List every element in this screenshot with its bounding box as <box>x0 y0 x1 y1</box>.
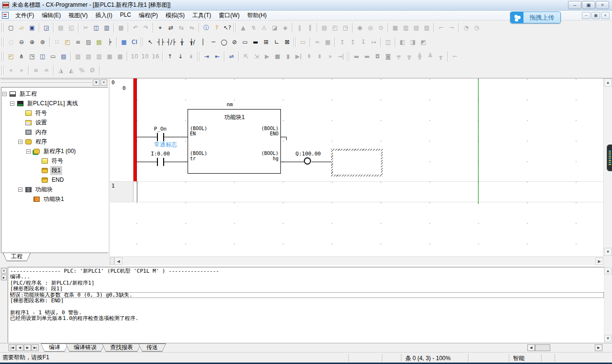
cross-reference-icon[interactable]: ◨ <box>408 37 418 47</box>
force-set-icon[interactable]: ↥ <box>337 37 347 47</box>
context-help-icon[interactable]: ↖? <box>222 22 233 33</box>
ladder-canvas[interactable]: 0 0 1 P_On 常通标志 I:0.00 nm 功能块1 <box>110 78 603 256</box>
output-tab[interactable]: 传送 <box>138 343 166 352</box>
panel-close-button[interactable]: × <box>100 79 107 86</box>
tree-item[interactable]: 段1 <box>1 165 108 175</box>
force-status-icon[interactable]: ╥ <box>435 51 446 62</box>
hex-display-icon[interactable]: 16 <box>150 51 161 62</box>
tree-expander[interactable]: − <box>2 92 7 96</box>
scroll-right-button[interactable]: ▶ <box>595 344 602 351</box>
tree-expander[interactable]: − <box>26 149 31 154</box>
mdi-minimize-button[interactable]: – <box>582 12 590 19</box>
replace-icon[interactable]: ⇄ <box>166 22 176 33</box>
mdi-close-button[interactable]: × <box>601 12 610 19</box>
tree-expander[interactable]: − <box>18 188 22 192</box>
undo-rung-icon[interactable]: ⌐ <box>450 51 460 62</box>
about-icon[interactable]: ⓘ <box>201 22 211 33</box>
data-trace-icon[interactable]: ◔ <box>461 22 471 33</box>
print-preview-icon[interactable]: ◲ <box>41 22 52 33</box>
diff-down-icon[interactable]: ╦ <box>404 51 414 62</box>
scroll-left-button[interactable]: ◀ <box>527 344 535 351</box>
local-symbol-table-icon[interactable]: ≡ <box>73 37 83 47</box>
first-tab-button[interactable]: |◀ <box>9 344 16 351</box>
copy-icon[interactable]: ◫ <box>91 22 101 33</box>
watch-window-icon[interactable]: ≈ <box>312 37 323 47</box>
monitor-data-icon[interactable]: ▭ <box>298 37 308 47</box>
cut-icon[interactable]: ✂ <box>80 22 91 33</box>
next-tab-button[interactable]: ▶ <box>24 344 31 351</box>
compile-icon[interactable]: ⋔ <box>16 51 27 62</box>
io-table-icon[interactable]: ▦ <box>390 22 401 33</box>
window-find-icon[interactable]: ◳ <box>27 51 37 62</box>
zoom-fit-icon[interactable]: ⊚ <box>37 37 48 47</box>
symbol-bar-icon[interactable]: ◰ <box>62 37 73 47</box>
close-button[interactable]: × <box>596 1 609 9</box>
find-icon[interactable]: ⌖ <box>155 22 166 33</box>
ladder-cursor[interactable] <box>331 149 383 176</box>
menu-item[interactable]: 视图(V) <box>65 11 91 21</box>
toolbar-grip[interactable] <box>293 37 296 47</box>
diff-clear-icon[interactable]: ╩ <box>425 51 435 62</box>
select-mode-icon[interactable]: ↖ <box>145 37 156 47</box>
output-line[interactable] <box>10 304 604 309</box>
document-icon[interactable] <box>2 12 9 19</box>
toolbar-grip[interactable] <box>197 52 200 61</box>
panel-grip[interactable] <box>1 79 92 81</box>
menu-item[interactable]: 模拟(S) <box>162 11 189 21</box>
toolbar-grip[interactable] <box>234 23 236 33</box>
cross-ref-report-icon[interactable]: ▨ <box>73 51 83 62</box>
new-closed-coil-icon[interactable]: ⊘ <box>229 37 240 47</box>
step-out-icon[interactable]: ⇟ <box>314 51 325 62</box>
toggle-bit-icon[interactable]: ↦ <box>368 37 379 47</box>
outdent-icon[interactable]: « <box>6 65 16 76</box>
force-reset-icon[interactable]: ↥ <box>347 37 358 47</box>
step-icon[interactable]: ▶| <box>293 51 304 62</box>
pause-mode-icon[interactable]: ▮ <box>283 51 293 62</box>
new-or-closed-contact-icon[interactable]: ╁/ <box>187 37 198 47</box>
contact2-bar[interactable] <box>157 158 158 166</box>
transfer-check-icon[interactable]: ◪ <box>269 22 280 33</box>
next-rung-icon[interactable]: ↓ <box>175 51 186 62</box>
contact1-bar[interactable] <box>163 133 164 141</box>
scroll-up-button[interactable]: ▲ <box>604 267 612 275</box>
smart-input-icon[interactable]: ▦ <box>119 37 129 47</box>
plc-settings-icon[interactable]: ▥ <box>401 22 411 33</box>
menu-item[interactable]: 工具(T) <box>189 11 215 21</box>
new-instruction-icon[interactable]: ▭ <box>240 37 250 47</box>
prev-tab-button[interactable]: ◀ <box>16 344 23 351</box>
percent-display-icon[interactable]: % <box>77 65 87 76</box>
differential-monitor-icon[interactable]: ◫ <box>383 37 393 47</box>
menu-item[interactable]: 编辑(E) <box>38 11 65 21</box>
signed-display-icon[interactable]: ◘ <box>372 51 383 62</box>
output-close-button[interactable]: × <box>1 268 7 274</box>
used-addresses-icon[interactable]: ◩ <box>418 37 429 47</box>
pv-display-icon[interactable]: ▬ <box>351 51 362 62</box>
force-on-icon[interactable]: ◉ <box>355 22 365 33</box>
function-block[interactable]: 功能块1 (BOOL) EN (BOOL) tr (BOOL) ENO (BOO… <box>188 109 281 174</box>
tree-item[interactable]: 功能块1 <box>1 194 108 204</box>
menu-item[interactable]: 窗口(W) <box>215 11 243 21</box>
stop-icon[interactable]: ■ <box>272 51 283 62</box>
force-cancel-icon[interactable]: ⊙ <box>376 22 386 33</box>
new-coil-icon[interactable]: ◯ <box>219 37 229 47</box>
panel-dropdown-button[interactable]: ▾ <box>93 79 100 86</box>
diff-fall-monitor-icon[interactable]: ◭ <box>66 65 77 76</box>
memory-view-icon[interactable]: ▤ <box>411 22 422 33</box>
run-mode-icon[interactable]: ▶ <box>262 51 272 62</box>
toolbar-grip[interactable] <box>1 37 4 47</box>
pause-monitoring-icon[interactable]: ∥ <box>294 22 305 33</box>
output-window-icon[interactable]: ▥ <box>94 51 104 62</box>
output-tab[interactable]: 编译 <box>41 343 68 352</box>
bcd-display-icon[interactable]: ▬ <box>362 51 372 62</box>
scroll-up-button[interactable]: ▲ <box>604 78 612 87</box>
toggle-monitor-icon[interactable]: ↯ <box>248 22 259 33</box>
new-file-icon[interactable]: ▢ <box>6 22 16 33</box>
output-vscrollbar[interactable]: ▲ ▼ <box>604 267 612 343</box>
delete-element-icon[interactable]: ⊠ <box>282 37 292 47</box>
previous-rung-icon[interactable]: ↑ <box>165 51 175 62</box>
decimal-display-icon[interactable]: 10 <box>140 51 150 62</box>
zoom-in-icon[interactable]: ⊕ <box>27 37 37 47</box>
watch-window-2-icon[interactable]: ▦ <box>104 51 115 62</box>
diff-up-icon[interactable]: ╤ <box>393 51 404 62</box>
diff-both-icon[interactable]: ╬ <box>414 51 425 62</box>
